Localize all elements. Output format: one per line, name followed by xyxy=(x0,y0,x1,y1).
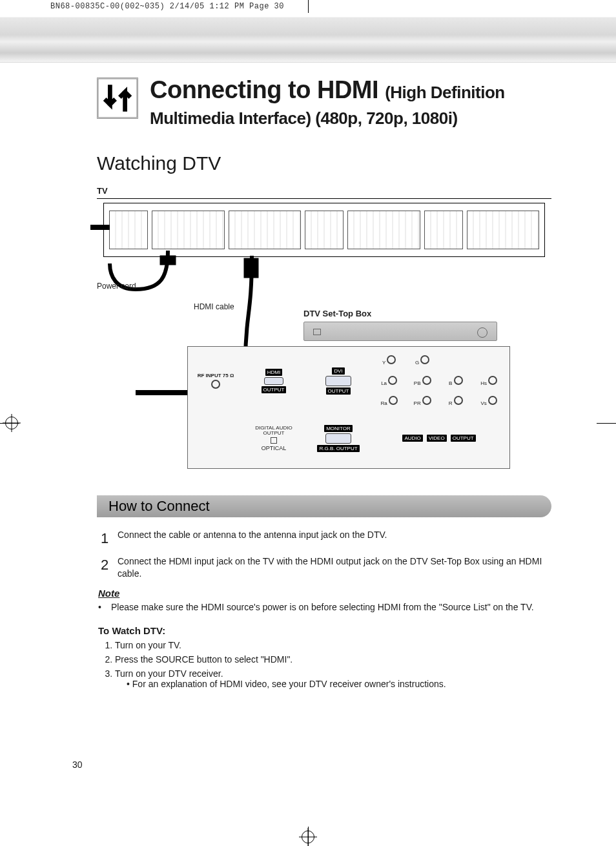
watch-step-3: Turn on your DTV receiver. • For an expl… xyxy=(115,668,551,689)
dvi-out: DVI OUTPUT xyxy=(309,352,367,410)
connection-diagram: Power cord HDMI cable DTV Set-Top Box RF… xyxy=(97,198,551,476)
power-cord-label: Power cord xyxy=(97,282,136,291)
svg-rect-0 xyxy=(98,79,137,118)
step-text: Connect the cable or antenna to the ante… xyxy=(118,529,387,548)
note-heading: Note xyxy=(98,588,551,599)
page-content: Connecting to HDMI (High Definition Mult… xyxy=(0,0,616,846)
rf-input: RF INPUT 75 Ω xyxy=(193,352,238,410)
step-number: 1 xyxy=(101,529,110,548)
step-text: Connect the HDMI input jack on the TV wi… xyxy=(118,555,551,580)
monitor-out: MONITOR R.G.B. OUTPUT xyxy=(309,414,367,463)
bullet-icon: • xyxy=(98,601,105,614)
watch-heading: To Watch DTV: xyxy=(98,625,551,636)
watch-steps: Turn on your TV. Press the SOURCE button… xyxy=(115,640,551,689)
hdmi-section-icon xyxy=(97,77,138,119)
section-heading: Watching DTV xyxy=(97,152,551,174)
watch-step-2: Press the SOURCE button to select "HDMI"… xyxy=(115,654,551,665)
hdmi-cable-label: HDMI cable xyxy=(194,302,234,311)
how-to-connect-heading: How to Connect xyxy=(108,498,210,515)
optical-out xyxy=(193,414,238,463)
page-title: Connecting to HDMI (High Definition Mult… xyxy=(150,77,551,129)
note-body: • Please make sure the HDMI source's pow… xyxy=(98,601,551,614)
watch-subbullet: • For an explanation of HDMI video, see … xyxy=(127,679,551,689)
watch-step-3-text: Turn on your DTV receiver. xyxy=(115,668,223,679)
digital-audio: DIGITAL AUDIO OUTPUT OPTICAL xyxy=(245,414,303,463)
title-row: Connecting to HDMI (High Definition Mult… xyxy=(97,77,551,129)
hdmi-out: HDMI OUTPUT xyxy=(245,352,303,410)
component-jacks: Y G La PB B Hs Ra PR R Vs xyxy=(374,352,504,410)
note-text: Please make sure the HDMI source's power… xyxy=(111,601,534,614)
step-1: 1 Connect the cable or antenna to the an… xyxy=(101,529,551,548)
step-number: 2 xyxy=(101,555,110,580)
stb-label: DTV Set-Top Box xyxy=(303,309,371,318)
watch-step-1: Turn on your TV. xyxy=(115,640,551,650)
step-2: 2 Connect the HDMI input jack on the TV … xyxy=(101,555,551,580)
tv-label: TV xyxy=(97,186,551,196)
av-output-labels: AUDIO VIDEO OUTPUT xyxy=(374,414,504,463)
how-to-connect-bar: How to Connect xyxy=(97,495,551,517)
stb-front xyxy=(303,322,497,341)
page-number: 30 xyxy=(72,759,83,770)
title-main: Connecting to HDMI xyxy=(150,76,378,103)
stb-back-panel: RF INPUT 75 Ω HDMI OUTPUT DVI OUTPUT Y G xyxy=(187,346,510,469)
